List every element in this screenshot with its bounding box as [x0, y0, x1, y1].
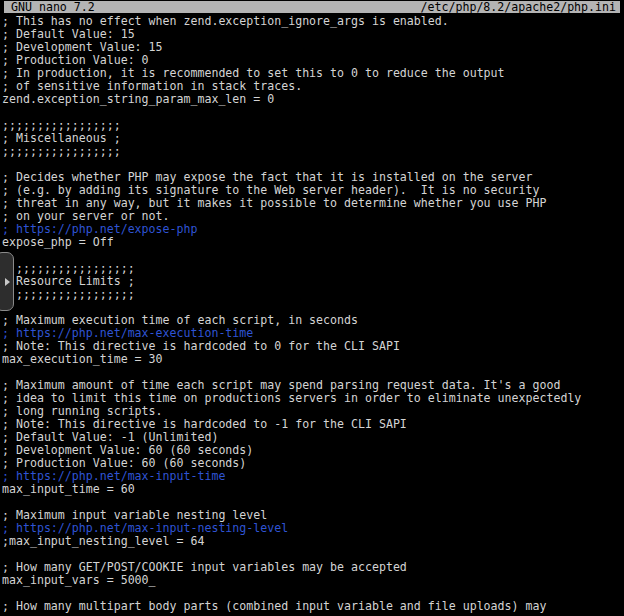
editor-line: ;max_input_nesting_level = 64	[2, 535, 624, 548]
editor-line: expose_php = Off	[2, 236, 624, 249]
editor-line: ;;;;;;;;;;;;;;;;;	[2, 145, 624, 158]
text-cursor: _	[149, 573, 156, 587]
editor-line: max_execution_time = 30	[2, 353, 624, 366]
open-file-path: /etc/php/8.2/apache2/php.ini	[421, 1, 620, 13]
editor-buffer[interactable]: ; This has no effect when zend.exception…	[2, 15, 624, 616]
nano-titlebar: GNU nano 7.2 /etc/php/8.2/apache2/php.in…	[4, 1, 620, 13]
editor-line: ; How many multipart body parts (combine…	[2, 600, 624, 613]
editor-line: ;;;;;;;;;;;;;;;;;;;	[2, 288, 624, 301]
editor-line: zend.exception_string_param_max_len = 0	[2, 93, 624, 106]
terminal-window: GNU nano 7.2 /etc/php/8.2/apache2/php.in…	[0, 0, 624, 616]
chevron-right-icon	[5, 278, 10, 286]
nano-version-label: GNU nano 7.2	[4, 1, 95, 13]
editor-line: max_input_time = 60	[2, 483, 624, 496]
editor-line: max_input_vars = 5000_	[2, 574, 624, 587]
panel-handle[interactable]	[0, 252, 14, 311]
